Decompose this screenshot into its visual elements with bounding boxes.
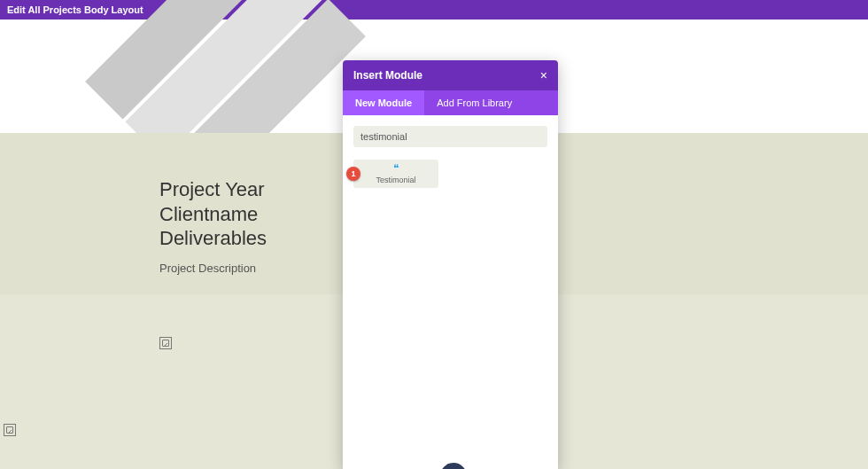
hero-line2: Clientname <box>159 203 258 225</box>
modal-body: 1 ❝ Testimonial <box>343 115 558 469</box>
close-button[interactable]: × <box>540 68 547 82</box>
insert-module-modal: Insert Module × New Module Add From Libr… <box>343 60 558 469</box>
tab-new-module[interactable]: New Module <box>343 90 424 115</box>
page-canvas: Project Year Clientname Deliverables Pro… <box>0 20 868 469</box>
step-badge: 1 <box>346 167 360 181</box>
top-bar: Edit All Projects Body Layout <box>0 0 868 20</box>
hero-line3: Deliverables <box>159 227 267 249</box>
hero-text: Project Year Clientname Deliverables Pro… <box>159 177 267 275</box>
hero-description: Project Description <box>159 262 267 275</box>
module-search-input[interactable] <box>353 126 547 147</box>
tab-add-from-library[interactable]: Add From Library <box>424 90 524 115</box>
hero-heading: Project Year Clientname Deliverables <box>159 177 267 251</box>
module-label: Testimonial <box>376 176 415 184</box>
image-placeholder-icon <box>159 337 172 349</box>
image-placeholder-icon <box>4 424 16 436</box>
modal-header: Insert Module × <box>343 60 558 90</box>
module-option-testimonial[interactable]: 1 ❝ Testimonial <box>353 160 438 188</box>
modal-title: Insert Module <box>353 69 422 82</box>
modal-tabs: New Module Add From Library <box>343 90 558 115</box>
quote-icon: ❝ <box>393 163 399 174</box>
hero-line1: Project Year <box>159 178 265 200</box>
topbar-title: Edit All Projects Body Layout <box>7 4 143 15</box>
